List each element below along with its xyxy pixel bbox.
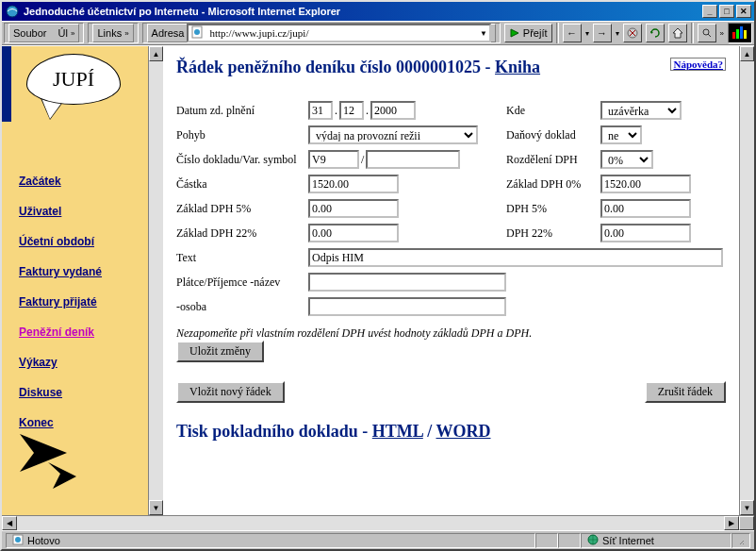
input-mesic[interactable] <box>339 101 364 120</box>
label-castka: Částka <box>176 177 308 192</box>
url-dropdown-icon[interactable]: ▼ <box>480 29 487 38</box>
toolbar: Soubor Úl » Links » Adresa ▼ Přejít ←▾ →… <box>2 21 754 45</box>
help-link[interactable]: Nápověda? <box>670 58 726 71</box>
label-dandoklad: Daňový doklad <box>506 128 600 142</box>
window-hscrollbar[interactable]: ◀ ▶ <box>2 515 754 530</box>
nav-penezni-denik[interactable]: Peněžní deník <box>19 326 102 339</box>
svg-point-0 <box>7 6 18 17</box>
print-html-link[interactable]: HTML <box>372 422 423 441</box>
win-scroll-track[interactable] <box>740 61 754 500</box>
minimize-button[interactable]: _ <box>702 5 717 18</box>
win-scroll-right[interactable]: ▶ <box>724 516 739 530</box>
nav-diskuse[interactable]: Diskuse <box>19 386 102 399</box>
scroll-down-button[interactable]: ▼ <box>149 500 163 515</box>
label-dph22: DPH 22% <box>506 226 600 241</box>
search-button[interactable] <box>698 24 716 42</box>
address-bar[interactable]: ▼ <box>187 24 490 42</box>
titlebar: Jednoduché účetnictví po Internetu - Mic… <box>2 2 754 21</box>
menu-soubor[interactable]: Soubor <box>13 27 46 39</box>
print-word-link[interactable]: WORD <box>436 422 491 441</box>
input-platce[interactable] <box>308 273 506 292</box>
nav-vykazy[interactable]: Výkazy <box>19 356 102 369</box>
input-text[interactable] <box>308 248 723 267</box>
forward-dropdown-icon[interactable]: ▾ <box>616 29 619 38</box>
status-cell-1 <box>535 533 558 548</box>
scroll-up-button[interactable]: ▲ <box>149 46 163 61</box>
label-pohyb: Pohyb <box>176 128 308 142</box>
save-button[interactable]: Uložit změny <box>176 341 264 362</box>
nav-ucetni-obdobi[interactable]: Účetní období <box>19 235 102 248</box>
print-heading-text: Tisk pokladního dokladu - <box>176 422 372 441</box>
input-varsym[interactable] <box>366 150 460 169</box>
window-frame: Jednoduché účetnictví po Internetu - Mic… <box>0 0 756 551</box>
select-dandoklad[interactable]: ne <box>600 125 642 144</box>
win-scroll-down[interactable]: ▼ <box>740 500 754 515</box>
back-button[interactable]: ← <box>563 24 582 42</box>
input-dph5[interactable] <box>600 199 691 218</box>
inner-scrollbar[interactable]: ▲ ▼ <box>148 46 163 515</box>
maximize-button[interactable]: □ <box>719 5 734 18</box>
menu-uj[interactable]: Úl <box>58 27 68 39</box>
status-cell-2 <box>558 533 581 548</box>
stop-button[interactable] <box>623 24 642 42</box>
new-row-button[interactable]: Vložit nový řádek <box>176 381 285 403</box>
input-zaklad0[interactable] <box>600 175 691 193</box>
nav-zacatek[interactable]: Začátek <box>19 175 102 188</box>
svg-rect-10 <box>740 26 743 39</box>
label-datum: Datum zd. plnění <box>176 104 308 118</box>
cancel-row-button[interactable]: Zrušit řádek <box>645 381 726 403</box>
win-hscroll-track[interactable] <box>17 516 724 530</box>
form: Datum zd. plnění . . Kde uzávěrka Pohyb … <box>176 98 726 442</box>
forward-button[interactable]: → <box>593 24 612 42</box>
links-label[interactable]: Links <box>97 27 122 39</box>
close-button[interactable]: ✕ <box>736 5 751 18</box>
select-kde[interactable]: uzávěrka <box>600 101 682 120</box>
window-vscrollbar[interactable]: ▲ ▼ <box>739 46 754 515</box>
input-castka[interactable] <box>308 175 399 193</box>
label-osoba: -osoba <box>176 300 308 314</box>
ie-icon <box>5 4 20 19</box>
input-dph22[interactable] <box>600 224 691 242</box>
go-label: Přejít <box>523 27 548 39</box>
links-more-icon[interactable]: » <box>124 29 128 38</box>
back-dropdown-icon[interactable]: ▾ <box>585 29 589 38</box>
svg-rect-8 <box>732 32 735 39</box>
label-dph5: DPH 5% <box>506 202 600 216</box>
svg-point-2 <box>194 29 200 35</box>
ie-throbber <box>728 23 752 43</box>
refresh-button[interactable] <box>646 24 665 42</box>
url-input[interactable] <box>207 26 475 40</box>
page-heading: Řádek peněžního deníku číslo 0000001025 … <box>176 58 726 77</box>
logo-text: JUPÍ <box>53 67 94 92</box>
win-scroll-left[interactable]: ◀ <box>2 516 17 530</box>
nav-uzivatel[interactable]: Uživatel <box>19 205 102 218</box>
label-text: Text <box>176 251 308 265</box>
select-pohyb[interactable]: výdaj na provozní režii <box>308 125 478 144</box>
scroll-track[interactable] <box>149 61 163 500</box>
input-rok[interactable] <box>370 101 416 120</box>
win-scroll-up[interactable]: ▲ <box>740 46 754 61</box>
go-button[interactable]: Přejít <box>504 24 552 42</box>
home-button[interactable] <box>668 24 687 42</box>
globe-icon <box>587 534 599 547</box>
toolbar-more-icon[interactable]: » <box>720 29 724 38</box>
heading-kniha-link[interactable]: Kniha <box>495 58 540 76</box>
toolbar-separator <box>556 23 559 43</box>
resize-grip[interactable] <box>731 533 750 548</box>
svg-rect-9 <box>736 29 739 39</box>
label-cislo: Číslo dokladu/Var. symbol <box>176 153 308 167</box>
input-osoba[interactable] <box>308 297 506 316</box>
print-heading: Tisk pokladního dokladu - HTML / WORD <box>176 422 726 442</box>
input-doklad[interactable] <box>308 150 359 169</box>
input-zaklad22[interactable] <box>308 224 399 242</box>
select-rozdeleni[interactable]: 0% <box>600 150 653 169</box>
nav-faktury-vydane[interactable]: Faktury vydané <box>19 265 102 278</box>
nav-faktury-prijate[interactable]: Faktury přijaté <box>19 295 102 309</box>
input-den[interactable] <box>308 101 333 120</box>
label-platce: Plátce/Příjemce -název <box>176 276 308 290</box>
label-zaklad5: Základ DPH 5% <box>176 202 308 216</box>
menu-more-icon[interactable]: » <box>71 29 74 38</box>
status-left: Hotovo <box>6 533 535 548</box>
svg-marker-12 <box>20 434 67 472</box>
input-zaklad5[interactable] <box>308 199 399 218</box>
